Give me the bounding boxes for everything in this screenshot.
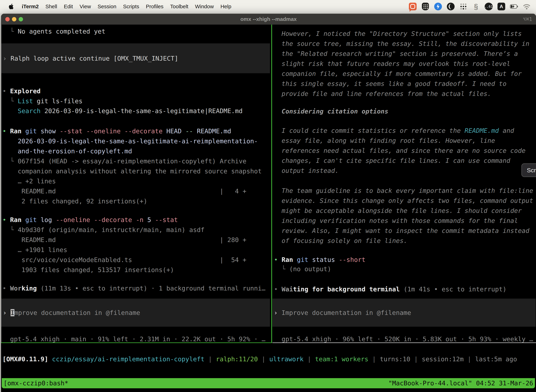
pane-right[interactable]: ›Improve documentation in @filename Howe… <box>273 25 536 343</box>
menu-item-toolbelt[interactable]: Toolbelt <box>170 4 188 9</box>
terminal-text-segment: this single essay, it seems like a good … <box>274 80 507 87</box>
menu-bar: iTerm2 ShellEditViewSessionScriptsProfil… <box>0 0 536 13</box>
crescent-app-icon[interactable] <box>447 2 455 10</box>
terminal-text-segment: evidence. Since this change only affects… <box>274 197 533 204</box>
terminal-text-segment: --short <box>339 256 365 263</box>
menu-item-app[interactable]: iTerm2 <box>22 4 39 9</box>
terminal-line: this single essay, it seems like a good … <box>274 79 507 89</box>
terminal-text-segment: --stat <box>155 216 178 223</box>
terminal-line: 2026-03-09-is-legal-the-same-as-legitima… <box>2 136 258 146</box>
pane-left-edge-border <box>1 25 1 343</box>
pane-divider[interactable] <box>271 25 272 343</box>
terminal-line: the source tree, missing the essay. Stil… <box>274 39 529 49</box>
terminal-line: references need actual files, and since … <box>274 146 526 156</box>
omx-bar-segment: | <box>258 355 269 363</box>
omx-bar-segment: ralph:11/20 <box>216 355 258 363</box>
terminal-text-segment: of focusing solely on file lines. <box>274 237 407 244</box>
terminal-area[interactable]: ›Ralph loop active continue [OMX_TMUX_IN… <box>1 25 536 392</box>
zoom-button[interactable] <box>19 17 23 21</box>
terminal-text-segment: README.md <box>464 127 499 134</box>
wifi-icon[interactable] <box>523 2 531 10</box>
bolt-badge-icon[interactable] <box>434 2 442 10</box>
close-button[interactable] <box>5 17 10 21</box>
terminal-line: and-the-erosion-of-copyleft.md <box>2 146 132 156</box>
terminal-line: might be acceptable alongside the file l… <box>274 206 522 216</box>
keyboard-a-icon: A <box>498 3 505 10</box>
terminal-text-segment: 1903 files changed, 513517 insertions(+) <box>2 266 174 273</box>
terminal-text-segment: git ls-files <box>33 98 82 105</box>
menu-item-window[interactable]: Window <box>195 4 214 9</box>
squiggle-app-icon[interactable]: § <box>472 2 480 10</box>
terminal-line: └ List git ls-files <box>2 96 82 106</box>
prompt-input-right-placeholder: Improve documentation in @filename <box>282 309 411 316</box>
iterm-window: omx --xhigh --madmax ⌥⌘1 ›Ralph loop act… <box>1 14 536 392</box>
terminal-text-segment: including verification notes with those … <box>274 217 518 224</box>
pane-left[interactable]: ›Ralph loop active continue [OMX_TMUX_IN… <box>1 25 271 343</box>
terminal-line: • Explored <box>2 86 41 96</box>
terminal-line: └ 4b9d30f (origin/main, instructkr/main,… <box>2 225 205 235</box>
terminal-text-segment: README.md <box>197 127 231 135</box>
terminal-line: • Waiting for background terminal (1m 41… <box>274 284 507 294</box>
terminal-text-segment: Considering citation options <box>274 108 388 115</box>
input-source-icon[interactable]: A <box>497 2 505 10</box>
terminal-text-segment: king <box>21 285 37 292</box>
terminal-line: output instead. <box>274 166 339 176</box>
omx-bar-segment: session:12m <box>422 355 464 363</box>
prompt-input-left-placeholder: mprove documentation in @filename <box>14 309 140 316</box>
terminal-line: slight risk that future readers may over… <box>274 59 510 69</box>
terminal-line: However, I noticed the "Directory Struct… <box>274 29 522 39</box>
battery-percent-icon[interactable]: ..61 <box>485 2 493 10</box>
prompt-input-ralph[interactable]: ›Ralph loop active continue [OMX_TMUX_IN… <box>1 43 270 73</box>
shield-grid-icon[interactable] <box>421 2 429 10</box>
chat-bubble-icon <box>409 3 416 10</box>
menu-item-help[interactable]: Help <box>220 4 231 9</box>
terminal-text-segment: • <box>274 285 282 293</box>
prompt-input-left[interactable]: ›Improve documentation in @filename <box>1 299 270 327</box>
terminal-text-segment: log <box>41 216 56 223</box>
terminal-text-segment: README.md | 4 + <box>2 187 246 195</box>
lightning-icon <box>434 3 442 10</box>
chat-app-icon[interactable] <box>409 2 417 10</box>
terminal-line: essay file, along with finding root file… <box>274 135 495 146</box>
terminal-line: companion analysis without altering the … <box>2 166 262 176</box>
terminal-text-segment: review. Also, I might want to inspect th… <box>274 227 529 234</box>
terminal-text-segment: (1m 41s • esc to interrupt) <box>400 285 507 293</box>
terminal-text-segment: Ran <box>10 216 25 223</box>
terminal-text-segment: git <box>25 127 41 135</box>
terminal-line: • Ran git status --short <box>274 255 365 265</box>
terminal-text-segment: … +1901 lines <box>2 246 67 253</box>
window-shortcut-badge: ⌥⌘1 <box>523 14 532 25</box>
terminal-line: └ 067f154 (HEAD -> essay/ai-reimplementa… <box>2 156 246 166</box>
omx-bar-segment: | <box>304 355 315 363</box>
dots-grid-icon[interactable] <box>459 2 467 10</box>
window-title: omx --xhigh --madmax <box>1 14 536 25</box>
terminal-text-segment: might be acceptable alongside the file l… <box>274 207 522 214</box>
terminal-text-segment: └ <box>2 226 18 233</box>
terminal-text-segment: --stat --oneline --decorate <box>60 127 166 135</box>
terminal-text-segment: └ <box>2 28 18 35</box>
prompt-input-right[interactable]: ›Improve documentation in @filename <box>273 299 536 327</box>
window-titlebar[interactable]: omx --xhigh --madmax ⌥⌘1 <box>1 14 536 25</box>
terminal-text-segment: However, I noticed the "Directory Struct… <box>274 30 522 37</box>
terminal-text-segment: 2026-03-09-is-legal-the-same-as-legitima… <box>2 138 258 145</box>
terminal-text-segment: gpt-5.4 xhigh · 96% left · 520K in · 5.8… <box>274 336 533 343</box>
terminal-text-segment: and <box>499 127 514 134</box>
menu-item-profiles[interactable]: Profiles <box>146 4 163 9</box>
terminal-line: gpt-5.4 xhigh · main · 91% left · 2.31M … <box>2 334 266 343</box>
menu-item-session[interactable]: Session <box>98 4 116 9</box>
terminal-text-segment: ting for background terminal <box>293 285 400 293</box>
battery-icon[interactable] <box>510 2 518 10</box>
terminal-text-segment: status <box>312 256 339 263</box>
terminal-text-segment: git <box>25 216 41 223</box>
menu-item-shell[interactable]: Shell <box>45 4 57 9</box>
terminal-line: README.md | 280 + <box>2 235 246 245</box>
apple-menu[interactable] <box>7 2 15 10</box>
menu-items: ShellEditViewSessionScriptsProfilesToolb… <box>45 4 231 9</box>
minimize-button[interactable] <box>12 17 16 21</box>
terminal-line: review. Also, I might want to inspect th… <box>274 226 529 236</box>
terminal-line: evidence. Since this change only affects… <box>274 196 533 206</box>
menu-item-edit[interactable]: Edit <box>64 4 73 9</box>
menu-item-view[interactable]: View <box>80 4 91 9</box>
menu-item-scripts[interactable]: Scripts <box>123 4 139 9</box>
terminal-text-segment: output instead. <box>274 167 339 174</box>
